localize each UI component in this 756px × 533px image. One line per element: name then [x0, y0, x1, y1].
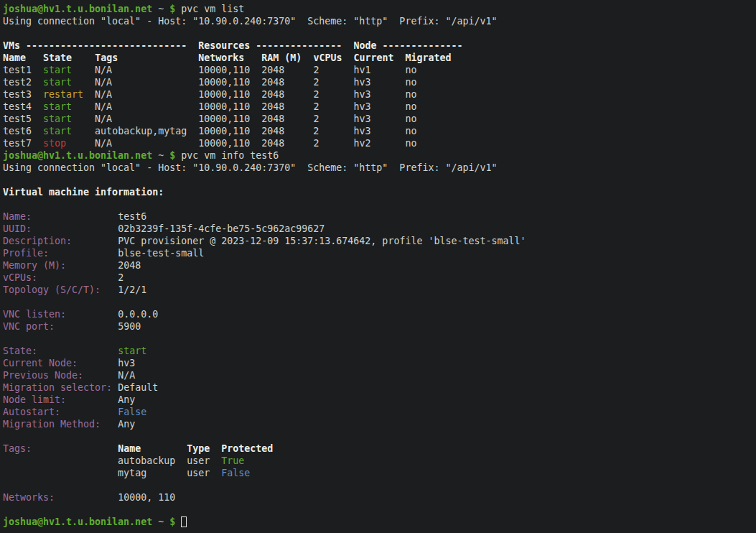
vm-list-row-test3: test3 restart N/A 10000,110 2048 2 hv3 n…	[3, 88, 756, 101]
info-field-uuid: UUID: 02b3239f-135f-4cfe-be75-5c962ac996…	[3, 223, 756, 235]
vm-test7-tags: N/A	[95, 138, 112, 149]
tag-name: autobackup	[118, 455, 175, 466]
terminal-window[interactable]: joshua@hv1.t.u.bonilan.net ~ $ pvc vm li…	[0, 0, 756, 533]
info-field-migration-selector: Migration selector: Default	[3, 381, 756, 394]
vm-test3-vcpus: 2	[313, 89, 319, 100]
vm-test3-current: hv3	[353, 89, 370, 100]
vm-test1-state: start	[43, 65, 72, 75]
networks-value: 10000, 110	[118, 492, 175, 503]
info-field-current-node: Current Node: hv3	[3, 357, 756, 369]
group-header-vms: VMs	[3, 40, 20, 51]
tags-column-header-type: Type	[187, 443, 210, 454]
vm-test5-name: test5	[3, 113, 32, 124]
column-header-migrated: Migrated	[405, 52, 451, 63]
connection-info-line: Using connection "local" - Host: "10.90.…	[3, 15, 756, 27]
vm-test2-current: hv3	[353, 77, 370, 88]
vm-test7-networks: 10000,110	[198, 138, 250, 149]
info-label: Profile:	[3, 248, 49, 259]
vm-test1-tags: N/A	[95, 65, 112, 75]
vm-test7-vcpus: 2	[313, 138, 319, 149]
vm-test7-name: test7	[3, 138, 32, 149]
column-header-networks: Networks	[198, 52, 244, 63]
vm-test1-name: test1	[3, 65, 32, 75]
prompt-symbol: $	[169, 516, 175, 527]
vm-test6-ram: 2048	[261, 126, 284, 136]
desktop: { "colors": { "background": "#1b1d1e", "…	[0, 0, 756, 533]
vm-test5-ram: 2048	[261, 113, 284, 124]
info-label: Memory (M):	[3, 260, 66, 271]
tag-name: mytag	[118, 468, 146, 478]
vm-test6-state: start	[43, 126, 72, 136]
terminal-screen: joshua@hv1.t.u.bonilan.net ~ $ pvc vm li…	[0, 0, 756, 528]
connection-info-text: Using connection "local" - Host: "10.90.…	[3, 16, 497, 27]
vm-test3-migrated: no	[406, 89, 417, 100]
column-header-ram: RAM (M)	[261, 52, 302, 63]
vm-test5-migrated: no	[406, 113, 417, 124]
vm-test7-current: hv2	[353, 138, 370, 149]
vm-test2-networks: 10000,110	[198, 77, 250, 88]
info-value: 1/2/1	[118, 284, 146, 295]
terminal-cursor	[181, 516, 187, 527]
blank-line	[3, 430, 756, 442]
blank-line	[3, 333, 756, 345]
info-label: Autostart:	[3, 407, 60, 417]
column-header-state: State	[43, 52, 72, 63]
tags-header-line: Tags: Name Type Protected	[3, 442, 756, 455]
info-value: 5900	[118, 321, 141, 332]
blank-line	[3, 479, 756, 491]
vm-test6-name: test6	[3, 126, 32, 136]
column-header-name: Name	[3, 52, 26, 63]
connection-info-line-2: Using connection "local" - Host: "10.90.…	[3, 162, 756, 174]
info-label: Name:	[3, 211, 32, 222]
info-field-profile: Profile: blse-test-small	[3, 247, 756, 259]
vm-test2-name: test2	[3, 77, 32, 88]
info-label: Migration Method:	[3, 419, 101, 430]
vm-test4-tags: N/A	[95, 101, 112, 112]
info-field-node-limit: Node limit: Any	[3, 394, 756, 406]
info-label: State:	[3, 346, 37, 356]
info-value: Default	[118, 382, 158, 393]
vm-test2-ram: 2048	[261, 77, 284, 88]
column-header-vcpus: vCPUs	[313, 52, 342, 63]
info-field-name: Name: test6	[3, 210, 756, 223]
vm-list-row-test1: test1 start N/A 10000,110 2048 2 hv1 no	[3, 64, 756, 76]
prompt-line-vm-list: joshua@hv1.t.u.bonilan.net ~ $ pvc vm li…	[3, 3, 756, 15]
blank-line	[3, 27, 756, 40]
vm-test5-tags: N/A	[95, 113, 112, 124]
vm-test2-migrated: no	[406, 77, 417, 88]
prompt-line-vm-info: joshua@hv1.t.u.bonilan.net ~ $ pvc vm in…	[3, 149, 756, 162]
vm-test5-current: hv3	[353, 113, 370, 124]
column-header-current: Current	[353, 52, 393, 63]
column-header-tags: Tags	[95, 52, 118, 63]
vm-test6-vcpus: 2	[313, 126, 319, 136]
tags-label: Tags:	[3, 443, 32, 454]
vm-test3-networks: 10000,110	[198, 89, 250, 100]
info-value: N/A	[118, 370, 135, 381]
vm-test7-ram: 2048	[261, 138, 284, 149]
command-text: pvc vm list	[181, 4, 244, 14]
tag-protected: True	[221, 455, 244, 466]
info-value: 2	[118, 272, 123, 283]
group-header-node: Node	[353, 40, 376, 51]
vm-test4-state: start	[43, 101, 72, 112]
info-value: 0.0.0.0	[118, 309, 158, 320]
vm-test6-networks: 10000,110	[198, 126, 250, 136]
info-value: 2048	[118, 260, 141, 271]
info-label: Migration selector:	[3, 382, 112, 393]
blank-line	[3, 174, 756, 186]
info-field-topology-s-c-t: Topology (S/C/T): 1/2/1	[3, 284, 756, 296]
prompt-user-host: joshua@hv1.t.u.bonilan.net	[3, 516, 152, 527]
vm-test3-state: restart	[43, 89, 83, 100]
tags-row-autobackup: autobackup user True	[3, 455, 756, 467]
tags-column-header-name: Name	[118, 443, 141, 454]
info-value: test6	[118, 211, 146, 222]
info-value: Any	[118, 419, 135, 430]
info-label: Node limit:	[3, 394, 66, 405]
vm-list-row-test4: test4 start N/A 10000,110 2048 2 hv3 no	[3, 101, 756, 113]
group-header-resources: Resources	[198, 40, 250, 51]
vm-test1-ram: 2048	[261, 65, 284, 75]
vm-test7-migrated: no	[406, 138, 417, 149]
info-label: UUID:	[3, 223, 32, 234]
info-field-memory-m: Memory (M): 2048	[3, 259, 756, 272]
vm-test2-vcpus: 2	[313, 77, 319, 88]
